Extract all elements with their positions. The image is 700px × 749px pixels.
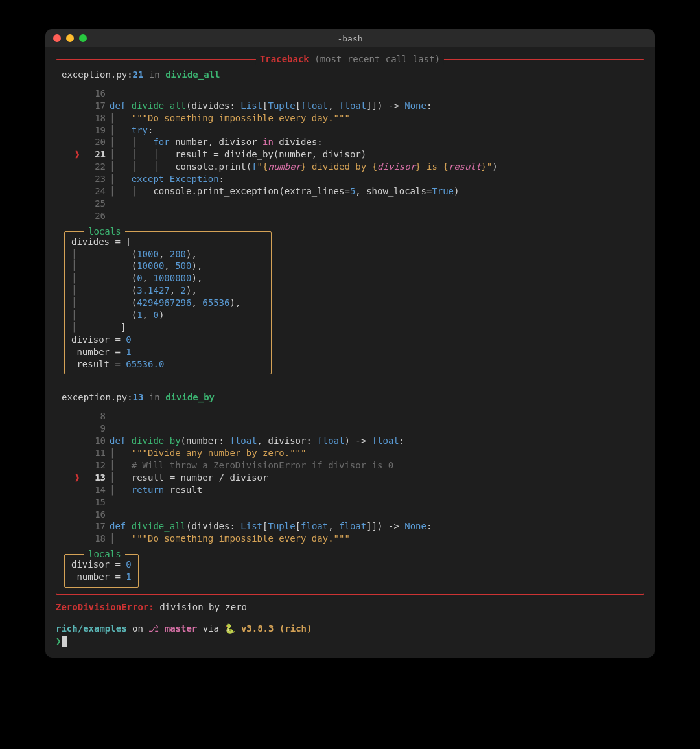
minimize-icon[interactable] — [66, 34, 74, 42]
traceback-subtitle: (most recent call last) — [314, 54, 440, 64]
traceback-title: Traceback — [260, 54, 309, 64]
terminal-window: -bash Traceback (most recent call last) … — [45, 29, 655, 658]
error-line: ZeroDivisionError: division by zero — [56, 601, 644, 614]
frame-1-location: exception.py:21 in divide_all — [62, 69, 638, 81]
branch-name: master — [159, 623, 197, 634]
traceback-header: Traceback (most recent call last) — [256, 53, 444, 65]
title-bar: -bash — [45, 29, 655, 47]
frame-1-code: 16 17def divide_all(divides: List[Tuple[… — [75, 87, 638, 222]
error-name: ZeroDivisionError: — [56, 602, 154, 612]
current-line-icon: ❱ — [75, 148, 82, 161]
branch-icon: ⎇ — [148, 623, 159, 634]
frame-2-location: exception.py:13 in divide_by — [62, 391, 638, 404]
traceback-panel: Traceback (most recent call last) except… — [56, 59, 644, 595]
prompt-char: ❯ — [56, 636, 61, 646]
locals-title: locals — [84, 225, 125, 238]
python-version: v3.8.3 (rich) — [241, 623, 312, 634]
frame-1-locals: locals divides = [ │ (1000, 200), │ (100… — [64, 231, 272, 375]
close-icon[interactable] — [53, 34, 61, 42]
error-message: division by zero — [154, 602, 247, 612]
prompt-line: rich/examples on ⎇ master via 🐍 v3.8.3 (… — [56, 623, 644, 635]
locals-title: locals — [84, 548, 125, 560]
frame-2-locals: locals divisor = 0 number = 1 — [64, 554, 139, 588]
frame-2-code: 8 9 10def divide_by(number: float, divis… — [75, 410, 638, 545]
terminal-body[interactable]: Traceback (most recent call last) except… — [45, 47, 655, 658]
snake-icon: 🐍 — [224, 623, 240, 634]
prompt-path: rich/examples — [56, 623, 127, 634]
traffic-lights — [53, 34, 87, 42]
current-line-icon: ❱ — [75, 472, 82, 484]
maximize-icon[interactable] — [79, 34, 87, 42]
window-title: -bash — [337, 34, 362, 43]
prompt-input-line[interactable]: ❯ — [56, 635, 644, 647]
cursor-icon — [62, 636, 67, 647]
